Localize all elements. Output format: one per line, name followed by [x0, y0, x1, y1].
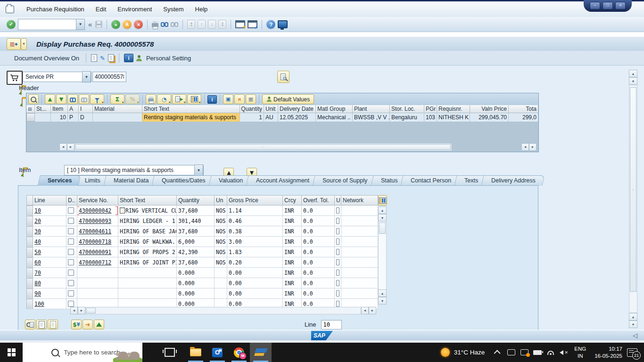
service-details-icon[interactable] [25, 320, 35, 329]
line-cell[interactable]: 60 [33, 257, 66, 267]
currency-cell[interactable]: INR [283, 226, 302, 236]
scroll-track[interactable]: ⁞ [629, 85, 637, 313]
service-row[interactable]: 20 4700000093 HIRING LEDGER - 1.2.. 301,… [26, 216, 378, 226]
collapse-icon[interactable]: « [88, 20, 92, 28]
currency-cell[interactable]: INR [283, 247, 302, 257]
scroll-down-icon[interactable]: ▼ [629, 321, 637, 328]
scroll-thumb[interactable] [86, 308, 96, 313]
refresh-prices-icon[interactable]: ▣ [223, 94, 233, 104]
filter-icon[interactable]: ▾ [90, 94, 104, 104]
short-text-cell[interactable]: HIRING OF WALKWA.. [118, 237, 177, 247]
network-cell[interactable] [341, 278, 378, 288]
scroll-down-icon[interactable]: ▼ [629, 77, 637, 85]
short-text-cell[interactable] [118, 288, 177, 298]
save-icon[interactable] [95, 21, 102, 28]
cancel-icon[interactable]: × [134, 20, 143, 29]
unit-cell[interactable] [215, 278, 227, 288]
start-button[interactable] [0, 343, 23, 362]
gross-price-cell[interactable]: 0.00 [227, 268, 283, 278]
scroll-left-icon[interactable]: ◄ [361, 307, 369, 314]
gross-price-cell[interactable]: 3.00 [227, 237, 283, 247]
exit-icon[interactable]: ∧ [123, 20, 132, 29]
delete-checkbox[interactable] [68, 259, 74, 265]
sort-ascending-icon[interactable]: ▲ [45, 94, 55, 104]
line-cell[interactable]: 70 [33, 268, 66, 278]
notification-center-button[interactable]: 21 [627, 348, 637, 357]
item-category-cell[interactable]: D [79, 113, 93, 122]
print-icon[interactable] [146, 94, 156, 104]
task-view-button[interactable] [160, 343, 179, 362]
account-assignment-cell[interactable]: P [68, 113, 79, 122]
new-document-icon[interactable] [91, 54, 97, 62]
column-header[interactable]: D.. [66, 195, 77, 206]
delete-checkbox[interactable] [68, 228, 74, 234]
create-shortcut-icon[interactable]: ↗ [248, 20, 257, 28]
gross-price-cell[interactable]: 0.00 [227, 288, 283, 298]
delete-checkbox[interactable] [68, 280, 74, 286]
column-header[interactable]: Short Text [118, 195, 177, 206]
graphic-icon[interactable] [94, 320, 104, 329]
first-page-icon[interactable]: ↥ [187, 20, 195, 29]
total-cell[interactable]: 299,0 [509, 113, 538, 122]
service-row[interactable]: 70 0.000 0.00 INR 0.0 [26, 268, 378, 278]
scroll-down-icon[interactable]: ▼ [378, 297, 387, 304]
document-overview-button[interactable]: Document Overview On [12, 54, 81, 63]
scroll-up-icon[interactable]: ▲ [378, 206, 387, 214]
currency-cell[interactable]: INR [283, 257, 302, 267]
scroll-down-icon[interactable]: ▼ [378, 214, 387, 222]
next-page-icon[interactable]: ↓ [208, 20, 216, 29]
short-text-cell[interactable]: HIRING OF PROPS 2 .. [118, 247, 177, 257]
network-cell[interactable] [341, 257, 378, 267]
menu-item[interactable]: Environment [112, 4, 157, 15]
document-type-select[interactable]: Service PR ▼ [23, 72, 91, 82]
service-no-cell[interactable] [77, 288, 118, 298]
currency-cell[interactable]: INR [283, 288, 302, 298]
short-text-cell[interactable]: RING VERTICAL CU.. [118, 206, 177, 215]
scroll-left-icon[interactable]: ◄ [70, 307, 78, 314]
export-icon[interactable]: ▶▾ [172, 94, 186, 104]
find-icon[interactable] [67, 94, 78, 104]
network-cell[interactable] [341, 226, 378, 236]
column-header[interactable]: Service No. [77, 195, 118, 206]
scroll-up-icon[interactable]: ▲ [629, 313, 637, 321]
layout-icon[interactable]: ▾ [187, 94, 201, 104]
overfulfilment-tolerance-cell[interactable]: 0.0 [302, 288, 335, 298]
hold-icon[interactable]: ▦ [246, 94, 256, 104]
column-header[interactable]: Un [215, 195, 227, 206]
network-cell[interactable] [341, 206, 378, 215]
scroll-right-icon[interactable]: ► [67, 143, 74, 151]
quantity-cell[interactable]: 0.000 [177, 288, 215, 298]
row-selector[interactable] [26, 247, 33, 257]
previous-page-icon[interactable]: ↑ [198, 20, 206, 29]
line-cell[interactable]: 10 [33, 206, 66, 215]
personal-setting-button[interactable]: Personal Setting [144, 54, 193, 63]
back-icon[interactable]: « [111, 20, 120, 29]
material-cell[interactable] [93, 113, 142, 122]
quantity-cell[interactable]: 0.000 [177, 278, 215, 288]
find-icon[interactable] [161, 22, 168, 27]
insert-line-icon[interactable] [36, 320, 47, 329]
unit-cell[interactable]: NOS [215, 206, 227, 215]
column-header[interactable]: Material [93, 105, 142, 113]
services-dropdown-icon[interactable]: ▾ [21, 38, 27, 50]
subtotal-icon[interactable]: %▾ [125, 94, 140, 104]
overfulfilment-tolerance-cell[interactable]: 0.0 [302, 247, 335, 257]
column-header[interactable]: Overf. Tol. [302, 195, 335, 206]
tab[interactable]: Services [38, 175, 81, 186]
column-header[interactable]: Quantity [177, 195, 215, 206]
service-row[interactable]: 10 4300000042 RING VERTICAL CU.. 37,680 … [26, 206, 378, 216]
weather-text[interactable]: 31°C Haze [454, 349, 485, 356]
currency-cell[interactable]: INR [283, 278, 302, 288]
gross-price-cell[interactable]: 0.00 [227, 278, 283, 288]
scroll-up-icon[interactable]: ▲ [378, 289, 387, 297]
quantity-cell[interactable]: 37,680 [177, 206, 215, 215]
line-cell[interactable]: 20 [33, 216, 66, 226]
unlimited-checkbox[interactable] [336, 207, 339, 214]
unlimited-checkbox[interactable] [336, 259, 339, 265]
short-text-cell[interactable] [118, 278, 177, 288]
help-icon[interactable]: ? [266, 20, 275, 29]
column-header[interactable]: Matl Group [316, 105, 353, 113]
service-no-cell[interactable] [77, 278, 118, 288]
tab[interactable]: Quantities/Dates [152, 175, 215, 186]
scroll-left-icon[interactable]: ◄ [521, 143, 529, 151]
